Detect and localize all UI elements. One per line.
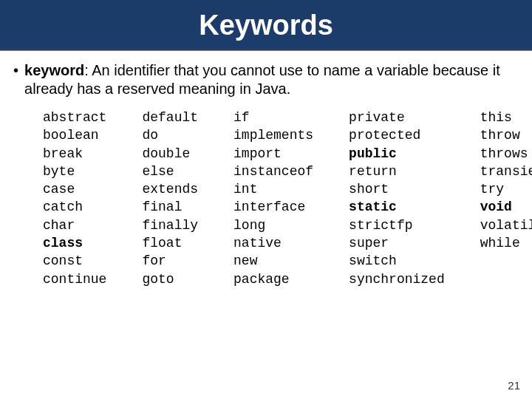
keyword-item: abstract bbox=[43, 109, 106, 126]
keywords-grid: abstractbooleanbreakbytecasecatchcharcla… bbox=[43, 109, 519, 288]
keyword-item: case bbox=[43, 180, 106, 198]
keyword-item: goto bbox=[142, 270, 198, 288]
keyword-item: char bbox=[43, 216, 106, 234]
keyword-item: break bbox=[43, 145, 106, 163]
keywords-col-4: thisthrowthrowstransienttryvoidvolatilew… bbox=[480, 109, 532, 288]
keyword-item: while bbox=[480, 234, 532, 252]
keyword-item: finally bbox=[142, 216, 198, 234]
keyword-item: new bbox=[233, 252, 313, 270]
keyword-item: private bbox=[349, 109, 445, 126]
keyword-item: const bbox=[43, 252, 106, 270]
keyword-item: int bbox=[233, 180, 313, 198]
keyword-item: default bbox=[142, 109, 198, 126]
keyword-item: for bbox=[142, 252, 198, 270]
keyword-item: else bbox=[142, 163, 198, 180]
keyword-item: implements bbox=[233, 126, 313, 144]
keyword-item: float bbox=[142, 234, 198, 252]
keyword-item: void bbox=[480, 198, 532, 216]
keyword-item: protected bbox=[349, 126, 445, 144]
keyword-item: double bbox=[142, 145, 198, 163]
keywords-col-0: abstractbooleanbreakbytecasecatchcharcla… bbox=[43, 109, 106, 288]
title-bar: Keywords bbox=[0, 0, 532, 51]
keyword-item: native bbox=[233, 234, 313, 252]
slide-content: • keyword: An identifier that you cannot… bbox=[0, 51, 532, 288]
keyword-item: long bbox=[233, 216, 313, 234]
keyword-item: throws bbox=[480, 145, 532, 163]
keyword-item: if bbox=[233, 109, 313, 126]
keywords-col-2: ifimplementsimportinstanceofintinterface… bbox=[233, 109, 313, 288]
bullet-text: keyword: An identifier that you cannot u… bbox=[24, 61, 519, 98]
keyword-item: static bbox=[349, 198, 445, 216]
keywords-col-1: defaultdodoubleelseextendsfinalfinallyfl… bbox=[142, 109, 198, 288]
keyword-item: switch bbox=[349, 252, 445, 270]
keyword-item: super bbox=[349, 234, 445, 252]
keyword-item: volatile bbox=[480, 216, 532, 234]
keyword-item: boolean bbox=[43, 126, 106, 144]
keyword-item: try bbox=[480, 180, 532, 198]
keyword-item: extends bbox=[142, 180, 198, 198]
keyword-item: short bbox=[349, 180, 445, 198]
keyword-item: instanceof bbox=[233, 163, 313, 180]
keyword-item: byte bbox=[43, 163, 106, 180]
keyword-item: throw bbox=[480, 126, 532, 144]
keyword-item: synchronized bbox=[349, 270, 445, 288]
keyword-item: this bbox=[480, 109, 532, 126]
keywords-col-3: privateprotectedpublicreturnshortstatics… bbox=[349, 109, 445, 288]
keyword-item: catch bbox=[43, 198, 106, 216]
term-definition: : An identifier that you cannot use to n… bbox=[24, 62, 500, 97]
page-number: 21 bbox=[508, 379, 520, 392]
keyword-item: strictfp bbox=[349, 216, 445, 234]
slide-title: Keywords bbox=[199, 10, 333, 41]
keyword-item: class bbox=[43, 234, 106, 252]
keyword-item: transient bbox=[480, 163, 532, 180]
keyword-item: continue bbox=[43, 270, 106, 288]
term-keyword: keyword bbox=[24, 62, 84, 78]
keyword-item: package bbox=[233, 270, 313, 288]
keyword-item: return bbox=[349, 163, 445, 180]
keyword-item: interface bbox=[233, 198, 313, 216]
keyword-item: do bbox=[142, 126, 198, 144]
keyword-item: import bbox=[233, 145, 313, 163]
bullet-dot-icon: • bbox=[13, 61, 18, 80]
bullet-item: • keyword: An identifier that you cannot… bbox=[13, 61, 519, 98]
keyword-item: final bbox=[142, 198, 198, 216]
keyword-item: public bbox=[349, 145, 445, 163]
